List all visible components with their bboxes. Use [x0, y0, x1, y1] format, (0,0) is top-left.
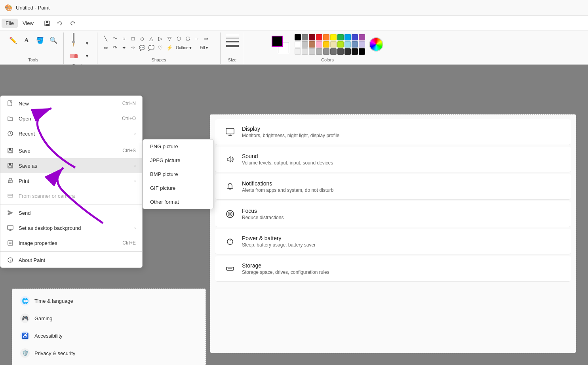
color-swatch-9[interactable] [359, 34, 365, 40]
color-wheel[interactable] [369, 37, 383, 52]
color-swatch-gray-4[interactable] [323, 48, 329, 55]
color-swatch-19[interactable] [359, 41, 365, 48]
color-swatch-3[interactable] [316, 34, 322, 40]
settings-display[interactable]: Display Monitors, brightness, night ligh… [215, 119, 571, 145]
size-4[interactable] [226, 45, 239, 47]
shape-star4[interactable]: ✦ [120, 43, 128, 52]
sidebar-privacy[interactable]: 🛡️ Privacy & security [15, 344, 202, 362]
ribbon-colors-section: Colors [244, 32, 411, 64]
color-swatch-0[interactable] [295, 34, 301, 40]
display-desc: Monitors, brightness, night light, displ… [242, 133, 339, 138]
color-swatch-gray-8[interactable] [352, 48, 358, 55]
shape-arrow-curve[interactable]: ↷ [110, 43, 119, 52]
file-save[interactable]: Save Ctrl+S [0, 143, 142, 158]
color-swatch-4[interactable] [323, 34, 329, 40]
color-swatch-gray-7[interactable] [344, 48, 351, 55]
shape-fill-btn[interactable]: Fill▼ [194, 43, 214, 52]
sidebar-time-language[interactable]: 🌐 Time & language [15, 292, 202, 310]
saveas-png[interactable]: PNG picture [143, 140, 213, 153]
color-swatch-14[interactable] [323, 41, 329, 48]
color-swatch-6[interactable] [337, 34, 344, 40]
sidebar-accessibility[interactable]: ♿ Accessibility [15, 327, 202, 344]
color-swatch-10[interactable] [295, 41, 301, 48]
shape-pent[interactable]: ⬠ [183, 34, 192, 43]
shape-hex[interactable]: ⬡ [174, 34, 183, 43]
file-print[interactable]: Print › [0, 173, 142, 188]
shape-arrow-fat[interactable]: ⇒ [202, 34, 210, 43]
color-swatch-5[interactable] [330, 34, 337, 40]
shape-lightning[interactable]: ⚡ [165, 43, 174, 52]
brush-dropdown[interactable]: ▼ [81, 37, 93, 49]
saveas-other[interactable]: Other format [143, 195, 213, 209]
color-swatch-15[interactable] [330, 41, 337, 48]
shape-star[interactable]: ☆ [129, 43, 137, 52]
file-open[interactable]: Open Ctrl+O [0, 111, 142, 126]
color-swatch-18[interactable] [352, 41, 358, 48]
shape-rtriangle[interactable]: ▷ [156, 34, 165, 43]
sidebar-gaming[interactable]: 🎮 Gaming [15, 310, 202, 327]
color-swatch-gray-6[interactable] [337, 48, 344, 55]
color-swatch-gray-1[interactable] [302, 48, 308, 55]
file-recent[interactable]: Recent › [0, 126, 142, 141]
color-swatch-gray-0[interactable] [295, 48, 301, 55]
eraser-tool[interactable] [68, 50, 80, 62]
text-tool[interactable]: A [21, 34, 32, 46]
foreground-color[interactable] [272, 36, 283, 47]
color-swatch-11[interactable] [302, 41, 308, 48]
shape-thought[interactable]: 💭 [147, 43, 156, 52]
size-1[interactable] [226, 35, 239, 35]
size-3[interactable] [226, 41, 239, 42]
settings-focus[interactable]: Focus Reduce distractions [215, 201, 571, 227]
save-toolbar-btn[interactable] [42, 18, 53, 29]
color-swatch-13[interactable] [316, 41, 322, 48]
color-swatch-gray-9[interactable] [359, 48, 365, 55]
saveas-bmp[interactable]: BMP picture [143, 167, 213, 181]
menu-view[interactable]: View [19, 19, 38, 28]
sidebar-windows-update[interactable]: 🔄 Windows Update [15, 362, 202, 365]
color-swatch-gray-2[interactable] [309, 48, 315, 55]
color-swatch-8[interactable] [352, 34, 358, 40]
shape-diamond[interactable]: ◇ [138, 34, 147, 43]
file-saveas[interactable]: Save as › [0, 158, 142, 173]
redo-btn[interactable] [67, 18, 78, 29]
color-swatch-7[interactable] [344, 34, 351, 40]
file-new[interactable]: New Ctrl+N [0, 96, 142, 111]
color-swatch-17[interactable] [344, 41, 351, 48]
color-swatch-12[interactable] [309, 41, 315, 48]
file-properties[interactable]: Image properties Ctrl+E [0, 235, 142, 250]
color-swatch-16[interactable] [337, 41, 344, 48]
fill-tool[interactable]: 🪣 [34, 34, 46, 46]
size-2[interactable] [226, 38, 239, 38]
shape-dtriangle[interactable]: ▽ [165, 34, 174, 43]
saveas-gif[interactable]: GIF picture [143, 181, 213, 195]
menu-file[interactable]: File [2, 19, 18, 28]
brush-tool[interactable] [68, 34, 80, 46]
select-dropdown[interactable]: ▼ [81, 50, 93, 62]
shape-triangle[interactable]: △ [147, 34, 156, 43]
shape-rect[interactable]: □ [129, 34, 137, 43]
ribbon: ✏️ A 🪣 🔍 Tools ▼ ▼ Brushes [0, 31, 588, 65]
shape-oval[interactable]: ○ [120, 34, 128, 43]
shape-line[interactable]: ╲ [101, 34, 110, 43]
shape-arrow-r[interactable]: → [192, 34, 201, 43]
settings-storage[interactable]: Storage Storage space, drives, configura… [215, 256, 571, 282]
settings-power[interactable]: Power & battery Sleep, battery usage, ba… [215, 229, 571, 254]
color-swatch-1[interactable] [302, 34, 308, 40]
color-swatch-gray-3[interactable] [316, 48, 322, 55]
shape-outline-btn[interactable]: Outline▼ [174, 43, 194, 52]
undo-btn[interactable] [54, 18, 65, 29]
file-desktop[interactable]: Set as desktop background › [0, 220, 142, 235]
color-swatch-gray-5[interactable] [330, 48, 337, 55]
zoom-tool[interactable]: 🔍 [48, 34, 59, 46]
shape-arrow-both[interactable]: ⇔ [101, 43, 110, 52]
shape-heart[interactable]: ♡ [156, 43, 165, 52]
saveas-jpeg[interactable]: JPEG picture [143, 153, 213, 167]
settings-sound[interactable]: Sound Volume levels, output, input, soun… [215, 147, 571, 172]
shape-curve[interactable]: 〜 [110, 34, 119, 43]
settings-notifications[interactable]: Notifications Alerts from apps and syste… [215, 174, 571, 200]
pencil-tool[interactable]: ✏️ [7, 34, 19, 46]
color-swatch-2[interactable] [309, 34, 315, 40]
file-about[interactable]: i About Paint [0, 252, 142, 268]
file-send[interactable]: Send [0, 205, 142, 220]
shape-speech[interactable]: 💬 [138, 43, 147, 52]
